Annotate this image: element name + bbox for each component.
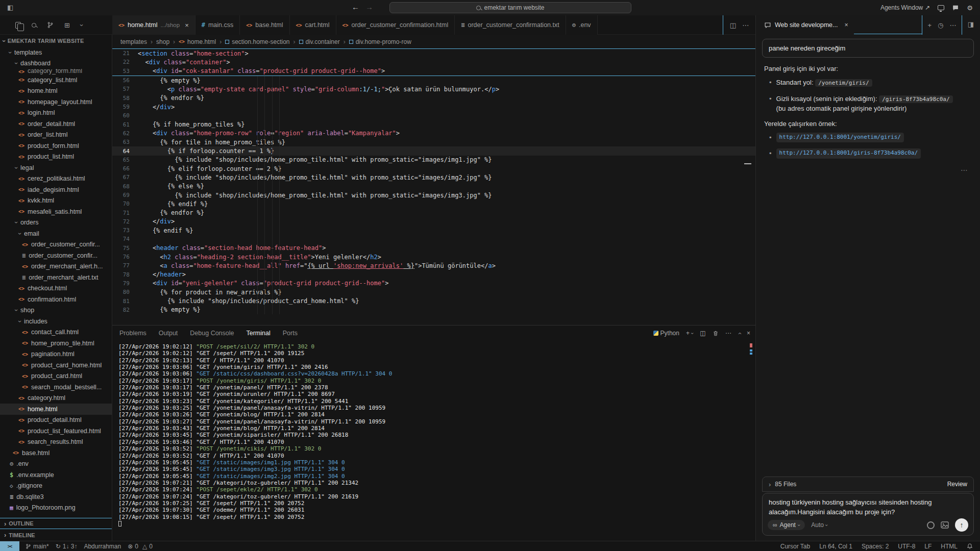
file-order_detail.html[interactable]: <>order_detail.html <box>0 118 112 130</box>
workspace-header[interactable]: › EMEKTAR TARIM WEBSITE <box>0 35 112 47</box>
tab-.env[interactable]: ⚙.env <box>566 15 598 35</box>
close-icon[interactable]: × <box>185 21 189 29</box>
bell-icon[interactable] <box>967 543 973 549</box>
file-product_form.html[interactable]: <>product_form.html <box>0 140 112 152</box>
eol-item[interactable]: LF <box>924 543 932 550</box>
terminal-panel[interactable]: ProblemsOutputDebug ConsoleTerminalPorts… <box>112 325 755 541</box>
breadcrumb-item[interactable]: div.home-promo-row <box>349 38 411 45</box>
chat-tab[interactable]: Web site developme... × <box>759 15 853 35</box>
usage-ring-icon[interactable] <box>927 521 935 529</box>
file-product_card.html[interactable]: <>product_card.html <box>0 371 112 382</box>
trash-icon[interactable] <box>713 330 719 337</box>
file-.gitignore[interactable]: ◇.gitignore <box>0 481 112 492</box>
close-panel-icon[interactable]: × <box>747 330 750 337</box>
tab-base.html[interactable]: <>base.html <box>240 15 289 35</box>
file-kvkk.html[interactable]: <>kvkk.html <box>0 195 112 207</box>
encoding-item[interactable]: UTF-8 <box>898 543 915 550</box>
breadcrumb-item[interactable]: section.home-section <box>225 38 289 45</box>
file-order_list.html[interactable]: <>order_list.html <box>0 130 112 141</box>
message-more-icon[interactable]: ⋯ <box>756 166 969 174</box>
file-login.html[interactable]: <>login.html <box>0 108 112 119</box>
file-.env[interactable]: ⚙.env <box>0 459 112 470</box>
monitor-icon[interactable] <box>938 5 944 10</box>
file-logo_Photoroom.png[interactable]: ▦logo_Photoroom.png <box>0 503 112 514</box>
sidebar-toggle-icon[interactable]: ◧ <box>7 4 13 12</box>
folder-dashboard[interactable]: ›dashboard <box>0 58 112 69</box>
chat-composer[interactable]: hosting türkiyenin hosting sağlayıcısı s… <box>762 493 974 536</box>
breadcrumb-item[interactable]: templates <box>120 38 147 45</box>
outline-section[interactable]: › OUTLINE <box>0 518 112 529</box>
file-db.sqlite3[interactable]: ≡db.sqlite3 <box>0 491 112 503</box>
folder-orders[interactable]: ›orders <box>0 217 112 229</box>
file-contact_call.html[interactable]: <>contact_call.html <box>0 327 112 338</box>
file-pagination.html[interactable]: <>pagination.html <box>0 349 112 360</box>
editor-more-actions-icon[interactable]: ⋯ <box>742 21 749 29</box>
send-button[interactable]: ↑ <box>955 518 968 532</box>
tab-cart.html[interactable]: <>cart.html <box>290 15 336 35</box>
history-icon[interactable]: ◷ <box>938 21 943 29</box>
panel-tab-Ports[interactable]: Ports <box>283 330 298 337</box>
panel-tab-Problems[interactable]: Problems <box>119 330 146 337</box>
url-chip[interactable]: http://127.0.0.1:8001/giris-8f73b4a98c0a… <box>776 148 921 159</box>
changed-files-bar[interactable]: › 85 Files Review <box>762 477 974 492</box>
file-search_results.html[interactable]: <>search_results.html <box>0 437 112 448</box>
new-terminal-button[interactable]: +› <box>686 330 693 337</box>
chat-icon[interactable] <box>952 5 959 11</box>
folder-shop[interactable]: ›shop <box>0 305 112 316</box>
back-icon[interactable]: ← <box>352 3 359 11</box>
file-home.html[interactable]: <>home.html <box>0 404 112 415</box>
file-order_customer_confir...[interactable]: <>order_customer_confir... <box>0 239 112 251</box>
new-chat-icon[interactable]: + <box>928 21 932 29</box>
file-category_form.html[interactable]: <>category_form.html <box>0 69 112 74</box>
cursor-tab-item[interactable]: Cursor Tab <box>780 543 810 550</box>
tab-order_customer_confirmation.html[interactable]: <>order_customer_confirmation.html <box>336 15 455 35</box>
panel-tab-Debug Console[interactable]: Debug Console <box>190 330 234 337</box>
file-checkout.html[interactable]: <>checkout.html <box>0 283 112 294</box>
file-product_list.html[interactable]: <>product_list.html <box>0 152 112 163</box>
file-confirmation.html[interactable]: <>confirmation.html <box>0 294 112 305</box>
user-item[interactable]: Abdurrahman <box>84 543 121 550</box>
file-home.html[interactable]: <>home.html <box>0 86 112 97</box>
tab-home.html[interactable]: <>home.html.../shop× <box>112 15 195 35</box>
file-category.html[interactable]: <>category.html <box>0 393 112 404</box>
agents-window-button[interactable]: Agents Window ↗ <box>880 4 930 11</box>
url-chip[interactable]: http://127.0.0.1:8001/yonetim/giris/ <box>776 133 904 143</box>
file-home_promo_tile.html[interactable]: <>home_promo_tile.html <box>0 338 112 349</box>
file-cerez_politikasi.html[interactable]: <>cerez_politikasi.html <box>0 173 112 185</box>
tab-main.css[interactable]: #main.css <box>195 15 240 35</box>
file-product_detail.html[interactable]: <>product_detail.html <box>0 415 112 426</box>
user-message[interactable]: panele nereden gireceğim <box>762 39 974 58</box>
file-category_list.html[interactable]: <>category_list.html <box>0 74 112 86</box>
source-control-icon[interactable] <box>47 21 54 29</box>
terminal-shell-item[interactable]: Python <box>653 330 679 337</box>
command-center-search[interactable]: emektar tarım website <box>389 2 631 13</box>
cursor-position-item[interactable]: Ln 64, Col 1 <box>819 543 852 550</box>
sync-item[interactable]: ↻ 1↓ 3↑ <box>56 543 78 550</box>
search-icon[interactable] <box>32 23 36 28</box>
remote-indicator[interactable]: >< <box>0 541 19 551</box>
review-button[interactable]: Review <box>947 481 967 488</box>
close-icon[interactable]: × <box>844 21 848 29</box>
git-branch-item[interactable]: main* <box>26 543 49 550</box>
chevron-down-icon[interactable]: › <box>78 24 86 26</box>
folder-legal[interactable]: ›legal <box>0 162 112 173</box>
chat-more-icon[interactable]: ⋯ <box>949 21 956 29</box>
composer-input[interactable]: hosting türkiyenin hosting sağlayıcısı s… <box>769 498 967 517</box>
maximize-panel-icon[interactable]: › <box>735 332 743 334</box>
file-order_merchant_alert.txt[interactable]: ≡order_merchant_alert.txt <box>0 272 112 283</box>
file-homepage_layout.html[interactable]: <>homepage_layout.html <box>0 96 112 108</box>
split-terminal-icon[interactable]: ◫ <box>700 330 705 337</box>
problems-item[interactable]: ⊗ 0 △ 0 <box>128 543 153 550</box>
panel-tab-Terminal[interactable]: Terminal <box>247 330 271 337</box>
file-search_modal_bestsell...[interactable]: <>search_modal_bestsell... <box>0 382 112 393</box>
explorer-icon[interactable] <box>15 22 21 29</box>
indentation-item[interactable]: Spaces: 2 <box>862 543 889 550</box>
model-dropdown[interactable]: Auto › <box>811 521 827 529</box>
panel-more-icon[interactable]: ⋯ <box>725 330 731 337</box>
file-.env.example[interactable]: $.env.example <box>0 469 112 481</box>
extensions-icon[interactable]: ⊞ <box>64 21 70 29</box>
file-base.html[interactable]: <>base.html <box>0 447 112 459</box>
panel-tab-Output[interactable]: Output <box>159 330 178 337</box>
language-item[interactable]: HTML <box>941 543 958 550</box>
file-order_customer_confir...[interactable]: ≡order_customer_confir... <box>0 250 112 261</box>
